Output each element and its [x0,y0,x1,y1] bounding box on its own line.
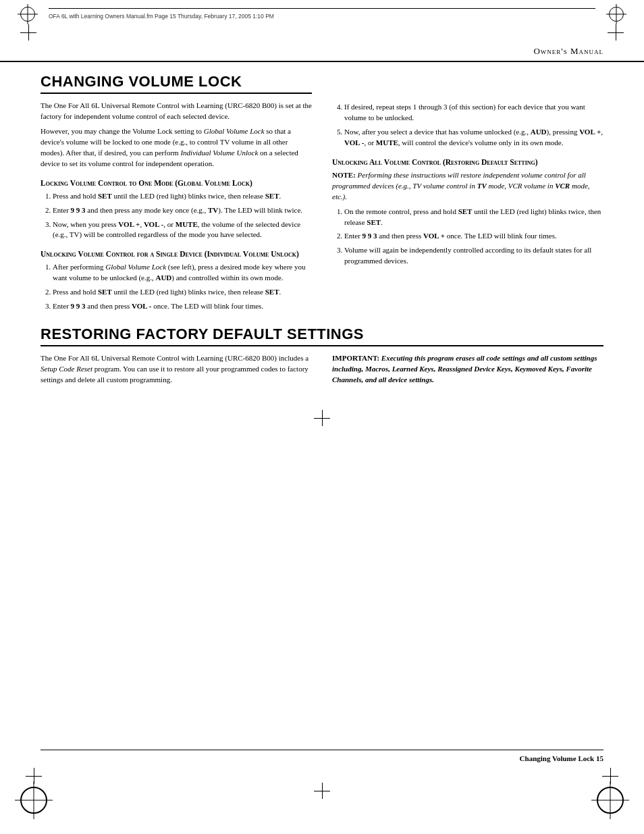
bottom-left-big-mark [20,787,47,814]
unlocking-single-steps-list: After performing Global Volume Lock (see… [53,262,312,312]
right-steps-list: If desired, repeat steps 1 through 3 (of… [344,102,603,149]
note-text: NOTE: Performing these instructions will… [332,170,603,203]
main-section-title: Changing Volume Lock [41,73,312,93]
top-right-inner-mark [608,24,624,41]
bottom-right-big-mark [597,787,624,814]
right-step-4: If desired, repeat steps 1 through 3 (of… [344,102,603,124]
unlocking-single-title: Unlocking Volume Control for a Single De… [41,250,312,258]
page: OFA 6L with Learning Owners Manual.fm Pa… [0,0,644,834]
unlocking-single-step-2: Press and hold SET until the LED (red li… [53,287,312,298]
unlocking-all-step-2: Enter 9 9 3 and then press VOL + once. T… [344,231,603,242]
unlocking-all-title: Unlocking All Volume Control (Restoring … [332,158,603,166]
locking-title: Locking Volume Control to One Mode (Glob… [41,179,312,187]
restoring-important: IMPORTANT: Executing this program erases… [332,353,603,386]
restoring-section-title: Restoring Factory Default Settings [41,325,603,345]
top-left-inner-mark [20,24,36,41]
locking-step-3: Now, when you press VOL +, VOL -, or MUT… [53,219,312,241]
unlocking-single-step-3: Enter 9 9 3 and then press VOL - once. T… [53,301,312,312]
unlocking-all-steps-list: On the remote control, press and hold SE… [344,207,603,267]
locking-step-1: Press and hold SET until the LED (red li… [53,191,312,202]
intro-para2: However, you may change the Volume Lock … [41,126,312,170]
restoring-para1: The One For All 6L Universal Remote Cont… [41,353,312,386]
left-column: Changing Volume Lock The One For All 6L … [41,62,312,316]
bottom-center-crosshair [314,783,330,799]
top-right-corner-mark [609,7,624,22]
bottom-middle-mark [314,410,330,426]
owners-manual-header: Owner's Manual [0,41,644,62]
top-left-corner-mark [20,7,35,22]
meta-line: OFA 6L with Learning Owners Manual.fm Pa… [49,11,595,21]
page-footer: Changing Volume Lock 15 [0,750,644,814]
unlocking-all-step-3: Volume will again be independently contr… [344,245,603,267]
restoring-right: IMPORTANT: Executing this program erases… [332,353,603,390]
footer-page-text: Changing Volume Lock 15 [520,754,603,762]
restoring-left: The One For All 6L Universal Remote Cont… [41,353,312,390]
right-column: If desired, repeat steps 1 through 3 (of… [332,62,603,316]
intro-para1: The One For All 6L Universal Remote Cont… [41,101,312,122]
unlocking-all-step-1: On the remote control, press and hold SE… [344,207,603,228]
locking-steps-list: Press and hold SET until the LED (red li… [53,191,312,241]
locking-step-2: Enter 9 9 3 and then press any mode key … [53,205,312,216]
right-step-5: Now, after you select a device that has … [344,127,603,149]
unlocking-single-step-1: After performing Global Volume Lock (see… [53,262,312,284]
